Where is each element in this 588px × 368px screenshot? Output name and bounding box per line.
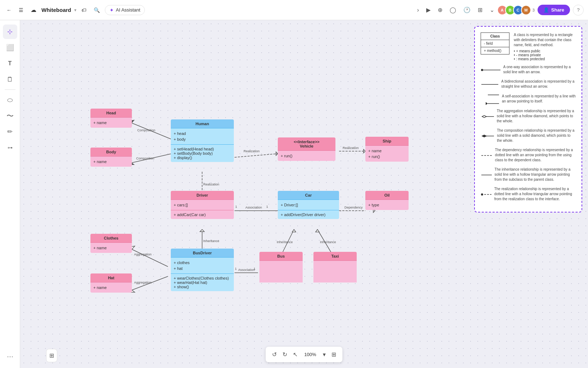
sidebar-item-shape[interactable]: ⬭	[3, 93, 17, 107]
composition-line-icon	[481, 134, 494, 138]
bottom-toolbar: ↺ ↻ ↖ 100% ▾ ⊞	[266, 347, 342, 362]
class-hat-body: + name	[90, 282, 132, 293]
cursor-tool-button[interactable]: ↖	[291, 349, 300, 360]
expand-button[interactable]: ›	[415, 5, 421, 16]
sidebar-item-frame[interactable]: ⬜	[3, 40, 17, 55]
legend-row-realization: The realization relationship is represen…	[481, 187, 576, 202]
class-head: Head + name	[90, 109, 132, 128]
legend-class-example: Class - field + method()	[481, 32, 509, 54]
sidebar-item-select[interactable]: ⊹	[3, 25, 17, 39]
play-button[interactable]: ▶	[424, 4, 433, 16]
sidebar-item-note[interactable]: 🗒	[3, 72, 17, 87]
share-icon: 👤	[543, 7, 549, 13]
canvas-area[interactable]: Composition Composition Realization Real…	[20, 20, 588, 368]
realization-desc: The realization relationship is represen…	[494, 187, 576, 202]
one-way-desc: A one-way association is represented by …	[503, 65, 576, 75]
self-association-icon	[481, 93, 499, 105]
sidebar-divider-1	[5, 89, 15, 90]
grid-button[interactable]: ⊞	[476, 4, 485, 16]
svg-marker-29	[316, 229, 319, 232]
class-taxi-body	[313, 261, 357, 282]
layer-button[interactable]: ⊞	[46, 349, 57, 362]
help-button[interactable]: ?	[573, 5, 584, 16]
sidebar-item-pen[interactable]: 〜	[3, 109, 17, 123]
bottom-left-toolbar: ⊞	[46, 349, 57, 362]
class-taxi: Taxi	[313, 252, 357, 284]
svg-marker-45	[486, 102, 488, 105]
sidebar-item-text[interactable]: T	[3, 56, 17, 71]
svg-text:Realization: Realization	[203, 183, 219, 186]
svg-text:Dependency: Dependency	[344, 206, 363, 209]
back-button[interactable]: ←	[4, 5, 14, 15]
dropdown-icon[interactable]: ▾	[74, 8, 76, 13]
svg-text:1: 1	[235, 205, 237, 209]
legend-row-aggregation: The aggregation relationship is represen…	[481, 109, 576, 124]
cursor-button[interactable]: ⊕	[436, 4, 445, 16]
svg-text:Association: Association	[238, 268, 255, 272]
header-right: › ▶ ⊕ ◯ 🕐 ⊞ ⌄ A B C M 3 👤 Share ?	[415, 4, 584, 16]
class-vehicle: <<Interface>>Vehicle + run()	[278, 137, 335, 161]
dependency-line-icon	[481, 153, 492, 158]
class-driver-title: Driver	[171, 191, 234, 200]
svg-line-6	[235, 154, 278, 157]
map-button[interactable]: ⊞	[329, 349, 338, 360]
legend-bullets: • + means public • - means private • : m…	[514, 49, 576, 61]
svg-marker-50	[482, 135, 486, 137]
share-button[interactable]: 👤 Share	[538, 5, 570, 15]
sidebar-item-more[interactable]: ⋯	[3, 349, 17, 364]
class-human-title: Human	[171, 119, 234, 128]
clock-button[interactable]: 🕐	[461, 4, 473, 16]
legend-row-composition: The composition relationship is represen…	[481, 128, 576, 144]
legend-panel: Class - field + method() A class is repr…	[474, 26, 582, 213]
svg-text:Inheritance: Inheritance	[203, 239, 219, 243]
class-driver: Driver + cars:[] + addCar(Car car)	[171, 191, 234, 219]
class-oil: Oil + type	[365, 191, 409, 210]
left-sidebar: ⊹ ⬜ T 🗒 ⬭ 〜 ✏ ⊶ ⋯	[0, 20, 20, 368]
class-taxi-title: Taxi	[313, 252, 357, 261]
legend-class-header: Class	[481, 33, 509, 40]
legend-row-inheritance: The inheritance relationship is represen…	[481, 167, 576, 183]
svg-marker-26	[292, 229, 296, 232]
realization-line-icon	[481, 192, 491, 197]
class-ship-title: Ship	[365, 137, 409, 146]
class-oil-title: Oil	[365, 191, 409, 200]
legend-row-dependency: The dependency relationship is represent…	[481, 148, 576, 163]
header-left: ← ☰ ☁ Whiteboard ▾ 🏷 🔍 ✦ AI Assistant	[4, 4, 145, 16]
inheritance-desc: The inheritance relationship is represen…	[495, 167, 576, 182]
zoom-dropdown-button[interactable]: ▾	[321, 349, 328, 360]
sidebar-item-draw[interactable]: ✏	[3, 124, 17, 139]
more-button[interactable]: ⌄	[487, 4, 496, 16]
chat-button[interactable]: ◯	[447, 4, 458, 16]
class-clothes: Clothes + name	[90, 234, 132, 253]
class-head-title: Head	[90, 109, 132, 118]
svg-text:Inheritance: Inheritance	[277, 240, 293, 244]
svg-text:Composition: Composition	[136, 157, 154, 160]
class-car-methods: + addDriver(Driver driver)	[278, 210, 339, 219]
class-busdriver-title: BusDriver	[171, 249, 234, 258]
tag-button[interactable]: 🏷	[79, 5, 89, 15]
class-clothes-title: Clothes	[90, 234, 132, 243]
class-car-fields: + Driver:[]	[278, 200, 339, 210]
svg-text:1: 1	[235, 267, 237, 271]
svg-text:Realization: Realization	[343, 146, 359, 150]
search-button[interactable]: 🔍	[92, 5, 102, 15]
ai-assistant-button[interactable]: ✦ AI Assistant	[105, 5, 145, 15]
legend-class-desc: A class is represented by a rectangle wi…	[514, 32, 576, 48]
class-oil-body: + type	[365, 200, 409, 210]
svg-text:Composition: Composition	[137, 128, 155, 132]
cloud-icon: ☁	[28, 4, 39, 16]
legend-class-fields: - field	[481, 40, 509, 47]
redo-button[interactable]: ↻	[280, 349, 289, 360]
class-head-body: + name	[90, 118, 132, 128]
svg-text:Aggregation: Aggregation	[134, 253, 152, 256]
undo-button[interactable]: ↺	[270, 349, 279, 360]
class-human: Human + head + body + setHead(Head head)…	[171, 119, 234, 162]
menu-button[interactable]: ☰	[17, 5, 26, 15]
svg-text:Inheritance: Inheritance	[320, 240, 336, 244]
composition-desc: The composition relationship is represen…	[497, 128, 576, 143]
svg-marker-23	[200, 229, 204, 232]
aggregation-desc: The aggregation relationship is represen…	[497, 109, 576, 124]
class-human-fields: + head + body	[171, 128, 234, 144]
ai-icon: ✦	[110, 7, 114, 13]
sidebar-item-connector[interactable]: ⊶	[3, 140, 17, 155]
